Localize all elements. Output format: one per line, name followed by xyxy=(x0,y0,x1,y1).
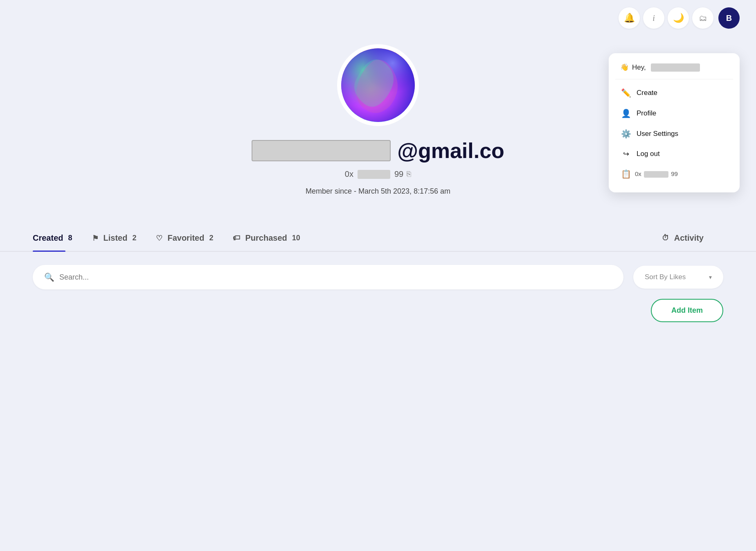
tab-activity-label: Activity xyxy=(674,233,704,243)
wallet-addr-suffix: 99 xyxy=(394,169,403,179)
user-dropdown-menu: 👋 Hey, ✏️ Create 👤 Profile ⚙️ User Setti… xyxy=(609,53,740,192)
wallet-menu-item[interactable]: 📋 0x 99 xyxy=(615,164,733,184)
wallet-nav-icon: 🗂 xyxy=(699,14,707,23)
profile-menu-item[interactable]: 👤 Profile xyxy=(615,103,733,124)
wallet-prefix: 0x xyxy=(345,169,353,179)
profile-email-suffix: @gmail.co xyxy=(397,138,504,163)
tab-created-count: 8 xyxy=(68,234,72,242)
tab-listed-count: 2 xyxy=(132,234,136,242)
tab-listed[interactable]: ⚑ Listed 2 xyxy=(92,225,150,251)
add-item-button[interactable]: Add Item xyxy=(651,299,723,322)
create-icon: ✏️ xyxy=(621,88,631,98)
bell-button[interactable]: 🔔 xyxy=(619,7,640,29)
user-settings-menu-item[interactable]: ⚙️ User Settings xyxy=(615,124,733,144)
sort-label: Sort By Likes xyxy=(645,273,686,281)
tab-purchased-count: 10 xyxy=(292,234,300,242)
info-button[interactable]: i xyxy=(643,7,664,29)
create-label: Create xyxy=(637,89,657,97)
purchased-icon: 🏷 xyxy=(233,234,240,242)
logout-label: Log out xyxy=(637,150,660,158)
search-icon: 🔍 xyxy=(44,272,54,282)
user-settings-label: User Settings xyxy=(637,130,678,138)
listed-icon: ⚑ xyxy=(92,234,99,243)
wallet-addr-redacted xyxy=(358,170,390,179)
activity-icon: ⏱ xyxy=(662,234,669,242)
favorited-icon: ♡ xyxy=(156,234,162,243)
info-icon: i xyxy=(652,14,655,23)
tab-activity[interactable]: ⏱ Activity xyxy=(662,225,717,251)
avatar-label: B xyxy=(726,14,732,23)
search-box: 🔍 xyxy=(33,265,623,289)
wallet-middle-redacted xyxy=(644,171,668,178)
chevron-down-icon: ▾ xyxy=(709,274,712,280)
stack-icon: 📋 xyxy=(621,169,631,179)
dark-mode-button[interactable]: 🌙 xyxy=(668,7,689,29)
sort-dropdown[interactable]: Sort By Likes ▾ xyxy=(633,266,723,289)
user-avatar-button[interactable]: B xyxy=(718,7,740,29)
create-menu-item[interactable]: ✏️ Create xyxy=(615,83,733,103)
bell-icon: 🔔 xyxy=(624,13,635,23)
profile-icon: 👤 xyxy=(621,108,631,118)
avatar-image xyxy=(341,48,415,122)
moon-icon: 🌙 xyxy=(673,13,684,23)
tabs-row: Created 8 ⚑ Listed 2 ♡ Favorited 2 🏷 Pur… xyxy=(0,225,756,252)
profile-name-redacted xyxy=(252,140,391,161)
search-sort-row: 🔍 Sort By Likes ▾ xyxy=(0,252,756,289)
tab-favorited[interactable]: ♡ Favorited 2 xyxy=(156,225,226,251)
tab-favorited-label: Favorited xyxy=(167,233,204,243)
copy-address-icon[interactable]: ⎘ xyxy=(407,170,411,178)
logout-icon: ↪ xyxy=(621,149,631,158)
member-since-text: Member since - March 5th 2023, 8:17:56 a… xyxy=(306,187,450,196)
tab-favorited-count: 2 xyxy=(209,234,213,242)
tab-listed-label: Listed xyxy=(104,233,128,243)
top-bar: 🔔 i 🌙 🗂 B xyxy=(0,0,756,36)
search-input[interactable] xyxy=(59,273,612,282)
profile-label: Profile xyxy=(637,109,656,117)
profile-name-row: @gmail.co xyxy=(252,138,504,163)
profile-avatar xyxy=(337,44,419,126)
wallet-address-dropdown: 0x 99 xyxy=(635,170,678,178)
dropdown-greeting: 👋 Hey, xyxy=(615,63,733,79)
tab-created[interactable]: Created 8 xyxy=(33,225,86,251)
wallet-address-row: 0x 99 ⎘ xyxy=(345,169,411,179)
wallet-nav-button[interactable]: 🗂 xyxy=(692,7,713,29)
tab-purchased-label: Purchased xyxy=(245,233,287,243)
logout-menu-item[interactable]: ↪ Log out xyxy=(615,144,733,164)
settings-icon: ⚙️ xyxy=(621,129,631,139)
tab-purchased[interactable]: 🏷 Purchased 10 xyxy=(233,225,313,251)
greeting-username-redacted xyxy=(651,63,700,72)
greeting-text: Hey, xyxy=(632,63,646,72)
wave-emoji: 👋 xyxy=(620,63,629,72)
tab-created-label: Created xyxy=(33,233,63,243)
